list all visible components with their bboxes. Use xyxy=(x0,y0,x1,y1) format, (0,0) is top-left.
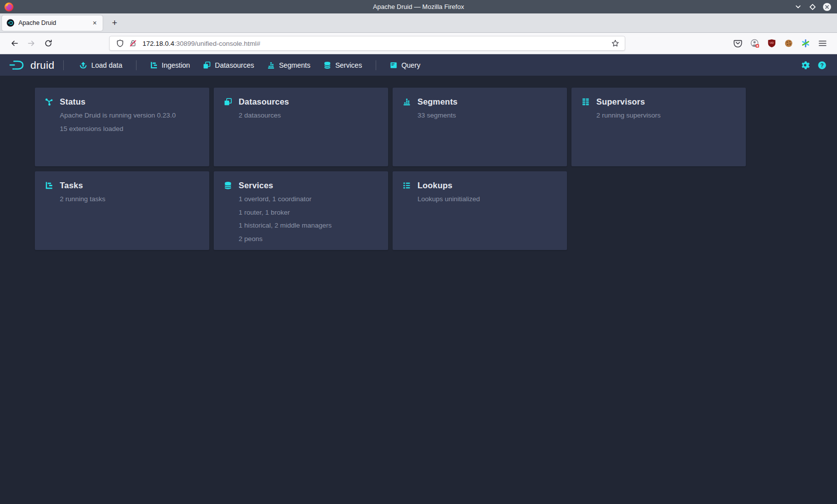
nav-item-label: Services xyxy=(335,61,362,69)
svg-text:?: ? xyxy=(821,62,824,68)
cookie-icon[interactable] xyxy=(782,36,796,50)
gantt-icon xyxy=(45,181,53,190)
nav-item-label: Ingestion xyxy=(162,61,190,69)
druid-header: druid Load dataIngestionDatasourcesSegme… xyxy=(0,54,837,76)
card-lookups[interactable]: LookupsLookups uninitialized xyxy=(393,171,567,250)
forward-button[interactable] xyxy=(24,36,39,51)
card-title: Supervisors xyxy=(596,97,645,107)
druid-nav: Load dataIngestionDatasourcesSegmentsSer… xyxy=(73,58,427,73)
card-header: Lookups xyxy=(403,181,557,190)
asterisk-icon[interactable] xyxy=(799,36,813,50)
nav-item-ingestion[interactable]: Ingestion xyxy=(145,58,195,73)
card-line: 1 historical, 2 middle managers xyxy=(239,222,378,229)
ublock-icon[interactable]: UO xyxy=(765,36,779,50)
navigation-toolbar: 172.18.0.4:30899/unified-console.html# U… xyxy=(0,33,837,54)
card-status[interactable]: StatusApache Druid is running version 0.… xyxy=(35,88,209,166)
card-grid: StatusApache Druid is running version 0.… xyxy=(35,88,837,250)
url-bar[interactable]: 172.18.0.4:30899/unified-console.html# xyxy=(109,36,625,51)
maximize-button[interactable] xyxy=(808,2,818,12)
card-body: Lookups uninitialized xyxy=(418,196,557,203)
help-icon: ? xyxy=(818,61,827,70)
druid-logo[interactable]: druid xyxy=(8,59,54,71)
card-header: Supervisors xyxy=(581,97,736,107)
reload-button[interactable] xyxy=(41,36,56,51)
tracking-shield-icon[interactable] xyxy=(114,37,127,49)
bar-chart-icon xyxy=(267,61,275,69)
svg-text:UO: UO xyxy=(770,41,774,44)
new-tab-button[interactable]: + xyxy=(108,16,122,30)
card-header: Tasks xyxy=(45,181,199,190)
card-body: 33 segments xyxy=(418,112,557,119)
card-line: 2 running supervisors xyxy=(596,112,736,119)
nav-item-services[interactable]: Services xyxy=(318,58,367,73)
tab-apache-druid[interactable]: Apache Druid × xyxy=(2,15,103,31)
back-button[interactable] xyxy=(7,36,22,51)
nav-divider xyxy=(136,60,137,70)
window-title: Apache Druid — Mozilla Firefox xyxy=(0,3,837,10)
gantt-icon xyxy=(150,61,158,69)
card-line: Lookups uninitialized xyxy=(418,196,557,203)
card-line: Apache Druid is running version 0.23.0 xyxy=(60,112,199,119)
home-view: StatusApache Druid is running version 0.… xyxy=(0,76,837,504)
card-title: Services xyxy=(239,181,274,190)
properties-icon xyxy=(403,181,411,190)
window-controls xyxy=(793,2,832,12)
database-icon xyxy=(323,61,331,69)
card-supervisors[interactable]: Supervisors2 running supervisors xyxy=(571,88,746,166)
card-line: 1 router, 1 broker xyxy=(239,209,378,216)
nav-item-datasources[interactable]: Datasources xyxy=(198,58,259,73)
card-header: Segments xyxy=(403,97,557,107)
header-divider xyxy=(63,60,64,70)
nav-item-segments[interactable]: Segments xyxy=(262,58,315,73)
card-body: 1 overlord, 1 coordinator1 router, 1 bro… xyxy=(239,196,378,243)
insecure-lock-icon[interactable] xyxy=(127,37,140,49)
nav-item-label: Datasources xyxy=(215,61,254,69)
card-header: Status xyxy=(45,97,199,107)
firefox-logo-icon xyxy=(4,2,14,12)
nav-item-query[interactable]: Query xyxy=(385,58,425,73)
bar-chart-icon xyxy=(403,98,411,106)
card-header: Services xyxy=(224,181,378,190)
card-title: Segments xyxy=(418,97,457,107)
database-icon xyxy=(224,181,232,190)
bookmark-star-button[interactable] xyxy=(609,37,622,49)
card-title: Status xyxy=(60,97,86,107)
load-data-icon xyxy=(79,61,87,69)
card-line: 33 segments xyxy=(418,112,557,119)
card-datasources[interactable]: Datasources2 datasources xyxy=(214,88,388,166)
druid-logo-icon xyxy=(8,59,27,71)
card-body: Apache Druid is running version 0.23.015… xyxy=(60,112,199,132)
menu-icon[interactable] xyxy=(816,36,830,50)
help-button[interactable]: ? xyxy=(815,58,829,72)
titlebar: Apache Druid — Mozilla Firefox xyxy=(0,0,837,13)
close-button[interactable] xyxy=(822,2,832,12)
nav-item-load-data[interactable]: Load data xyxy=(74,58,127,73)
browser-window: Apache Druid — Mozilla Firefox Apache Dr… xyxy=(0,0,837,504)
pocket-icon[interactable] xyxy=(731,36,745,50)
card-line: 1 overlord, 1 coordinator xyxy=(239,196,378,203)
account-icon[interactable] xyxy=(748,36,762,50)
settings-button[interactable] xyxy=(798,58,812,72)
nav-item-label: Segments xyxy=(279,61,310,69)
url-host: 172.18.0.4 xyxy=(142,40,174,47)
card-line: 15 extensions loaded xyxy=(60,126,199,132)
card-segments[interactable]: Segments33 segments xyxy=(393,88,567,166)
nav-item-label: Query xyxy=(402,61,420,69)
tab-title: Apache Druid xyxy=(18,19,86,26)
nav-item-label: Load data xyxy=(91,61,122,69)
layers-icon xyxy=(224,98,232,106)
druid-favicon-icon xyxy=(6,19,14,27)
tab-bar: Apache Druid × + xyxy=(0,13,837,33)
card-body: 2 running tasks xyxy=(60,196,199,203)
tab-close-icon[interactable]: × xyxy=(90,18,100,28)
card-body: 2 running supervisors xyxy=(596,112,736,119)
card-title: Tasks xyxy=(60,181,83,190)
card-tasks[interactable]: Tasks2 running tasks xyxy=(35,171,209,250)
card-title: Lookups xyxy=(418,181,452,190)
header-actions: ? xyxy=(798,58,829,72)
graph-icon xyxy=(45,98,53,106)
card-line: 2 datasources xyxy=(239,112,378,119)
minimize-button[interactable] xyxy=(793,2,803,12)
url-input[interactable]: 172.18.0.4:30899/unified-console.html# xyxy=(142,40,609,47)
card-services[interactable]: Services1 overlord, 1 coordinator1 route… xyxy=(214,171,388,250)
